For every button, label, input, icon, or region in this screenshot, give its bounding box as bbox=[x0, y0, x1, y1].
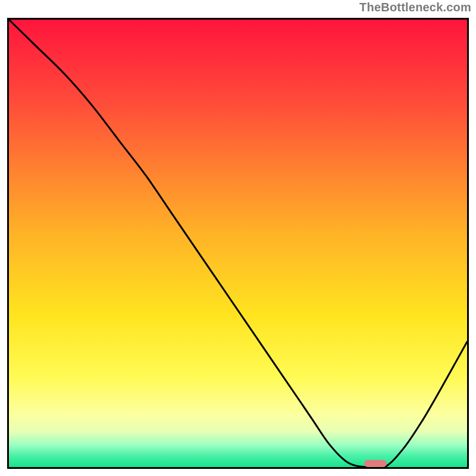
curve-line bbox=[9, 20, 467, 467]
chart-container: TheBottleneck.com bbox=[0, 0, 476, 476]
watermark-text: TheBottleneck.com bbox=[359, 1, 471, 13]
optimum-marker bbox=[364, 460, 387, 467]
bottleneck-curve-chart bbox=[7, 18, 469, 469]
